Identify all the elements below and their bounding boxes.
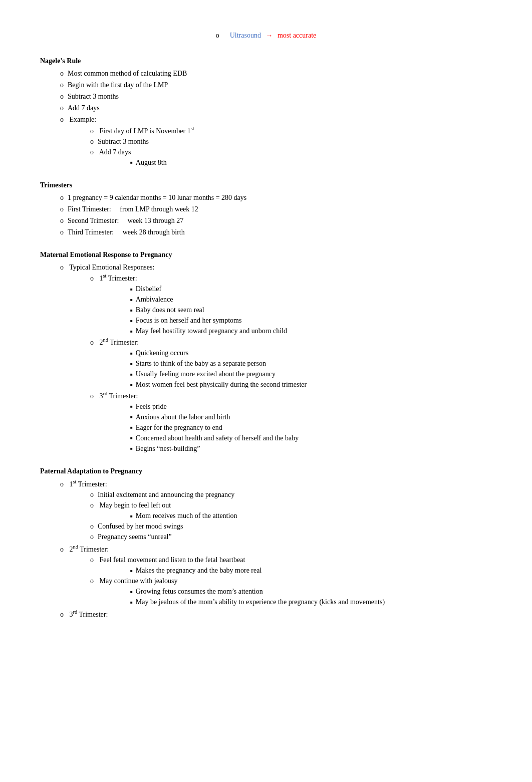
list-item: First Trimester: from LMP through week 1… — [60, 204, 492, 214]
list-item: Growing fetus consumes the mom’s attenti… — [130, 586, 492, 597]
nageles-rule-section: Nagele's Rule Most common method of calc… — [40, 56, 492, 168]
list-item: Baby does not seem real — [130, 305, 492, 315]
list-item: Initial excitement and announcing the pr… — [90, 489, 492, 500]
paternal-second-list: Feel fetal movement and listen to the fe… — [60, 555, 492, 607]
paternal-section: Paternal Adaptation to Pregnancy 1st Tri… — [40, 466, 492, 620]
nageles-list: Most common method of calculating EDB Be… — [40, 68, 492, 168]
list-item: Begin with the first day of the LMP — [60, 80, 492, 90]
paternal-title: Paternal Adaptation to Pregnancy — [40, 466, 492, 476]
ultrasound-label: Ultrasound — [230, 32, 261, 39]
list-item: Ambivalence — [130, 294, 492, 305]
paternal-list: 1st Trimester: Initial excitement and an… — [40, 478, 492, 543]
list-item: Focus is on herself and her symptoms — [130, 315, 492, 326]
fetal-movement-sub: Makes the pregnancy and the baby more re… — [90, 565, 492, 576]
nageles-title: Nagele's Rule — [40, 56, 492, 66]
maternal-list: Typical Emotional Responses: 1st Trimest… — [40, 262, 492, 454]
list-item: Subtract 3 months — [60, 91, 492, 102]
list-item: Third Trimester: week 28 through birth — [60, 227, 492, 237]
jealousy-sub: Growing fetus consumes the mom’s attenti… — [90, 586, 492, 607]
list-item: 1st Trimester: Disbelief Ambivalence Bab… — [90, 273, 492, 337]
list-item: Begins “nest-building” — [130, 443, 492, 454]
list-item: May begin to feel left out Mom receives … — [90, 500, 492, 521]
list-item: Feel fetal movement and listen to the fe… — [90, 555, 492, 576]
list-item: Typical Emotional Responses: 1st Trimest… — [60, 262, 492, 454]
paternal-third-outer: 3rd Trimester: — [40, 608, 492, 620]
list-item: August 8th — [130, 157, 492, 168]
list-item: 3rd Trimester: Feels pride Anxious about… — [90, 390, 492, 454]
list-item: 3rd Trimester: — [60, 608, 492, 620]
list-item: Concerned about health and safety of her… — [130, 433, 492, 443]
list-item: Pregnancy seems “unreal” — [90, 532, 492, 542]
list-item: Confused by her mood swings — [90, 521, 492, 532]
top-line: o Ultrasound → most accurate — [40, 30, 492, 41]
list-item: 2nd Trimester: Quickening occurs Starts … — [90, 336, 492, 390]
second-trimester-list: Quickening occurs Starts to think of the… — [90, 348, 492, 390]
list-item: Mom receives much of the attention — [130, 510, 492, 521]
list-item: Add 7 days — [60, 103, 492, 113]
trimesters-section: Trimesters 1 pregnancy = 9 calendar mont… — [40, 180, 492, 237]
list-item: Add 7 days August 8th — [90, 147, 492, 168]
trimesters-title: Trimesters — [40, 180, 492, 190]
list-item: Anxious about the labor and birth — [130, 412, 492, 422]
feel-left-out-sub: Mom receives much of the attention — [90, 510, 492, 521]
list-item: Makes the pregnancy and the baby more re… — [130, 565, 492, 576]
list-item: Starts to think of the baby as a separat… — [130, 358, 492, 369]
maternal-title: Maternal Emotional Response to Pregnancy — [40, 249, 492, 260]
list-item: Most women feel best physically during t… — [130, 379, 492, 390]
third-trimester-list: Feels pride Anxious about the labor and … — [90, 401, 492, 454]
arrow-symbol: → — [265, 32, 273, 39]
list-item: Eager for the pregnancy to end — [130, 422, 492, 433]
list-item: Second Trimester: week 13 through 27 — [60, 215, 492, 226]
list-item: Usually feeling more excited about the p… — [130, 369, 492, 379]
list-item: Subtract 3 months — [90, 136, 492, 147]
list-item: 2nd Trimester: Feel fetal movement and l… — [60, 543, 492, 607]
first-trimester-list: Disbelief Ambivalence Baby does not seem… — [90, 284, 492, 336]
trimesters-list: 1 pregnancy = 9 calendar months = 10 lun… — [40, 192, 492, 237]
paternal-second-outer: 2nd Trimester: Feel fetal movement and l… — [40, 543, 492, 607]
list-item: Quickening occurs — [130, 348, 492, 358]
result-list: August 8th — [90, 157, 492, 168]
list-item: May feel hostility toward pregnancy and … — [130, 326, 492, 336]
paternal-first-list: Initial excitement and announcing the pr… — [60, 489, 492, 542]
bullet-o: o — [216, 32, 219, 39]
list-item: Most common method of calculating EDB — [60, 68, 492, 79]
list-item: May continue with jealousy Growing fetus… — [90, 576, 492, 607]
list-item: Example: First day of LMP is November 1s… — [60, 114, 492, 168]
list-item: 1st Trimester: Initial excitement and an… — [60, 478, 492, 543]
list-item: May be jealous of the mom’s ability to e… — [130, 597, 492, 607]
list-item: Disbelief — [130, 284, 492, 294]
trimester-responses: 1st Trimester: Disbelief Ambivalence Bab… — [60, 273, 492, 454]
maternal-section: Maternal Emotional Response to Pregnancy… — [40, 249, 492, 454]
most-accurate-label: most accurate — [278, 32, 316, 39]
list-item: First day of LMP is November 1st — [90, 125, 492, 136]
example-sub-list: First day of LMP is November 1st Subtrac… — [60, 125, 492, 168]
list-item: 1 pregnancy = 9 calendar months = 10 lun… — [60, 192, 492, 203]
list-item: Feels pride — [130, 401, 492, 412]
